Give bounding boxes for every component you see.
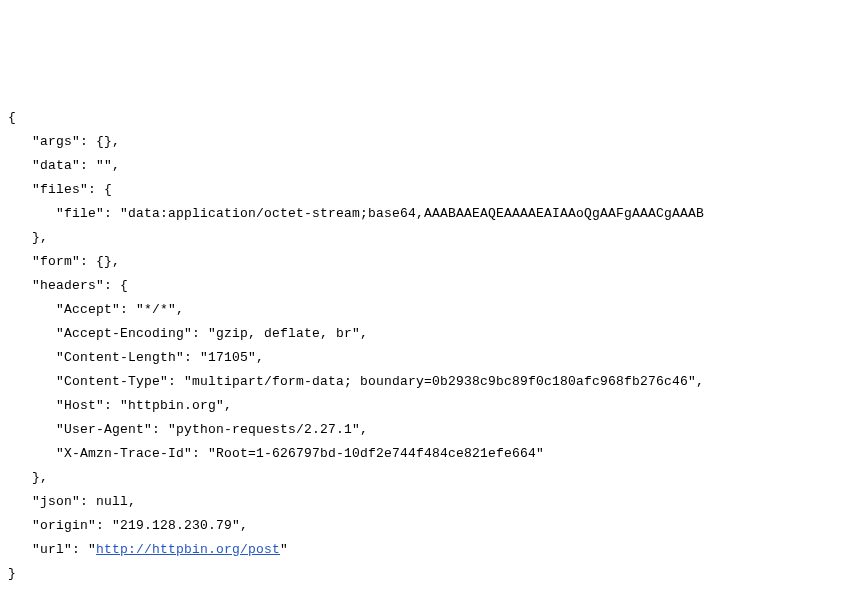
json-line-headers-close: }, [8, 470, 48, 485]
brace-open: { [8, 110, 16, 125]
json-line-trace-id: "X-Amzn-Trace-Id": "Root=1-626797bd-10df… [8, 446, 544, 461]
json-line-json: "json": null, [8, 494, 136, 509]
json-line-form: "form": {}, [8, 254, 120, 269]
console-output: { "args": {}, "data": "", "files": { "fi… [8, 106, 849, 586]
brace-close: } [8, 566, 16, 581]
json-line-origin: "origin": "219.128.230.79", [8, 518, 248, 533]
json-line-headers-open: "headers": { [8, 278, 128, 293]
json-line-content-type: "Content-Type": "multipart/form-data; bo… [8, 374, 704, 389]
json-line-args: "args": {}, [8, 134, 120, 149]
json-line-url-suffix: " [280, 542, 288, 557]
json-line-content-length: "Content-Length": "17105", [8, 350, 264, 365]
json-line-data: "data": "", [8, 158, 120, 173]
json-line-user-agent: "User-Agent": "python-requests/2.27.1", [8, 422, 368, 437]
json-line-files-open: "files": { [8, 182, 112, 197]
url-link[interactable]: http://httpbin.org/post [96, 542, 280, 557]
json-line-url-prefix: "url": " [8, 542, 96, 557]
json-line-accept: "Accept": "*/*", [8, 302, 184, 317]
json-line-host: "Host": "httpbin.org", [8, 398, 232, 413]
json-line-files-close: }, [8, 230, 48, 245]
json-line-file: "file": "data:application/octet-stream;b… [8, 206, 704, 221]
json-line-accept-encoding: "Accept-Encoding": "gzip, deflate, br", [8, 326, 368, 341]
